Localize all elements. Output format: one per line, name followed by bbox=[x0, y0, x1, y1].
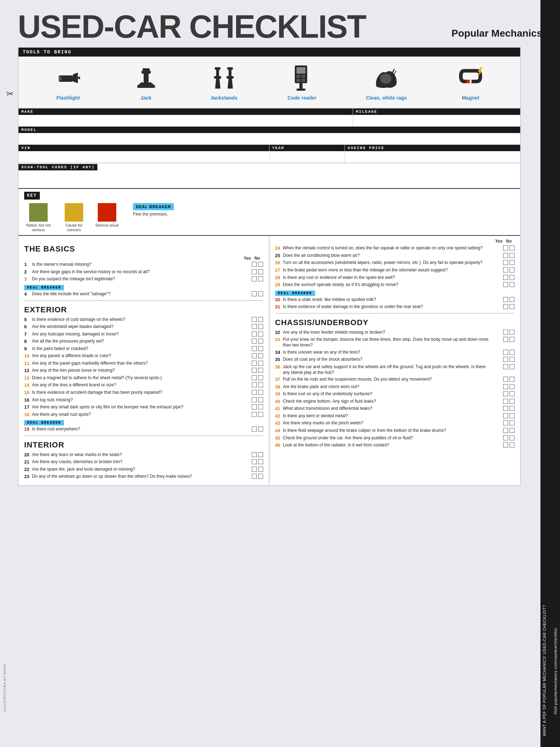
item-25-no-cb[interactable] bbox=[510, 253, 514, 258]
item-18-yes-cb[interactable] bbox=[252, 412, 257, 417]
item-29-yes-cb[interactable] bbox=[503, 282, 508, 287]
item-12-yes-cb[interactable] bbox=[252, 368, 257, 373]
vin-field[interactable]: VIN bbox=[18, 145, 270, 163]
item-2-no-cb[interactable] bbox=[258, 269, 263, 274]
item-10-yes-cb[interactable] bbox=[252, 353, 257, 358]
item-40-no-cb[interactable] bbox=[510, 399, 514, 404]
item-13-yes-cb[interactable] bbox=[252, 375, 257, 380]
item-19-yes-cb[interactable] bbox=[252, 427, 257, 431]
item-31-yes-cb[interactable] bbox=[503, 304, 508, 309]
item-34-no-cb[interactable] bbox=[510, 350, 514, 355]
item-8-yes-cb[interactable] bbox=[252, 339, 257, 344]
model-field[interactable]: MODEL bbox=[18, 127, 520, 144]
make-field[interactable]: MAKE bbox=[18, 108, 353, 126]
item-21-yes-cb[interactable] bbox=[252, 459, 257, 464]
item-12-no-cb[interactable] bbox=[258, 368, 263, 373]
item-9-yes-cb[interactable] bbox=[252, 346, 257, 351]
model-value[interactable] bbox=[18, 133, 520, 144]
item-2-yes-cb[interactable] bbox=[252, 269, 257, 274]
item-37-yes-cb[interactable] bbox=[503, 377, 508, 382]
item-7-no-cb[interactable] bbox=[258, 332, 263, 337]
item-14-no-cb[interactable] bbox=[258, 382, 263, 387]
item-46-no-cb[interactable] bbox=[510, 443, 514, 447]
item-4-no-cb[interactable] bbox=[258, 291, 263, 296]
item-21-no-cb[interactable] bbox=[258, 459, 263, 464]
item-16-yes-cb[interactable] bbox=[252, 397, 257, 402]
item-24-yes-cb[interactable] bbox=[503, 245, 508, 250]
mileage-value[interactable] bbox=[353, 115, 520, 126]
item-25-yes-cb[interactable] bbox=[503, 253, 508, 258]
item-27-yes-cb[interactable] bbox=[503, 267, 508, 272]
item-33-yes-cb[interactable] bbox=[503, 337, 508, 342]
item-22-yes-cb[interactable] bbox=[252, 467, 257, 472]
item-36-yes-cb[interactable] bbox=[503, 364, 508, 369]
item-17-yes-cb[interactable] bbox=[252, 404, 257, 409]
item-32-yes-cb[interactable] bbox=[503, 330, 508, 335]
year-field[interactable]: YEAR bbox=[270, 145, 345, 163]
item-39-yes-cb[interactable] bbox=[503, 391, 508, 396]
scan-codes-field[interactable]: SCAN-TOOL CODES (IF ANY) bbox=[18, 163, 520, 188]
asking-price-value[interactable] bbox=[345, 151, 520, 163]
item-19-no-cb[interactable] bbox=[258, 427, 263, 431]
item-11-yes-cb[interactable] bbox=[252, 361, 257, 366]
item-30-yes-cb[interactable] bbox=[503, 297, 508, 302]
item-42-no-cb[interactable] bbox=[510, 413, 514, 418]
item-11-no-cb[interactable] bbox=[258, 361, 263, 366]
item-3-no-cb[interactable] bbox=[258, 276, 263, 281]
item-1-yes-cb[interactable] bbox=[252, 262, 257, 267]
item-30-no-cb[interactable] bbox=[510, 297, 514, 302]
item-28-yes-cb[interactable] bbox=[503, 275, 508, 280]
item-15-yes-cb[interactable] bbox=[252, 390, 257, 395]
item-10-no-cb[interactable] bbox=[258, 353, 263, 358]
item-3-yes-cb[interactable] bbox=[252, 276, 257, 281]
item-24-no-cb[interactable] bbox=[510, 245, 514, 250]
item-23-yes-cb[interactable] bbox=[252, 474, 257, 479]
item-42-yes-cb[interactable] bbox=[503, 413, 508, 418]
item-38-yes-cb[interactable] bbox=[503, 384, 508, 389]
item-38-no-cb[interactable] bbox=[510, 384, 514, 389]
item-33-no-cb[interactable] bbox=[510, 337, 514, 342]
item-32-no-cb[interactable] bbox=[510, 330, 514, 335]
item-35-no-cb[interactable] bbox=[510, 357, 514, 362]
item-15-no-cb[interactable] bbox=[258, 390, 263, 395]
item-41-yes-cb[interactable] bbox=[503, 406, 508, 411]
item-34-yes-cb[interactable] bbox=[503, 350, 508, 355]
item-20-no-cb[interactable] bbox=[258, 452, 263, 457]
year-value[interactable] bbox=[270, 151, 345, 163]
item-43-no-cb[interactable] bbox=[510, 420, 514, 425]
item-27-no-cb[interactable] bbox=[510, 267, 514, 272]
item-13-no-cb[interactable] bbox=[258, 375, 263, 380]
mileage-field[interactable]: MILEAGE bbox=[353, 108, 520, 126]
item-7-yes-cb[interactable] bbox=[252, 332, 257, 337]
item-6-yes-cb[interactable] bbox=[252, 324, 257, 329]
item-6-no-cb[interactable] bbox=[258, 324, 263, 329]
item-36-no-cb[interactable] bbox=[510, 364, 514, 369]
asking-price-field[interactable]: ASKING PRICE bbox=[345, 145, 520, 163]
item-8-no-cb[interactable] bbox=[258, 339, 263, 344]
item-45-yes-cb[interactable] bbox=[503, 435, 508, 440]
make-value[interactable] bbox=[18, 115, 353, 126]
item-43-yes-cb[interactable] bbox=[503, 420, 508, 425]
item-20-yes-cb[interactable] bbox=[252, 452, 257, 457]
item-37-no-cb[interactable] bbox=[510, 377, 514, 382]
item-5-yes-cb[interactable] bbox=[252, 317, 257, 322]
item-23-no-cb[interactable] bbox=[258, 474, 263, 479]
item-31-no-cb[interactable] bbox=[510, 304, 514, 309]
item-5-no-cb[interactable] bbox=[258, 317, 263, 322]
item-39-no-cb[interactable] bbox=[510, 391, 514, 396]
item-28-no-cb[interactable] bbox=[510, 275, 514, 280]
item-46-yes-cb[interactable] bbox=[503, 443, 508, 447]
item-14-yes-cb[interactable] bbox=[252, 382, 257, 387]
item-1-no-cb[interactable] bbox=[258, 262, 263, 267]
item-35-yes-cb[interactable] bbox=[503, 357, 508, 362]
item-44-no-cb[interactable] bbox=[510, 428, 514, 433]
item-41-no-cb[interactable] bbox=[510, 406, 514, 411]
item-17-no-cb[interactable] bbox=[258, 404, 263, 409]
item-29-no-cb[interactable] bbox=[510, 282, 514, 287]
item-44-yes-cb[interactable] bbox=[503, 428, 508, 433]
item-4-yes-cb[interactable] bbox=[252, 291, 257, 296]
item-22-no-cb[interactable] bbox=[258, 467, 263, 472]
item-9-no-cb[interactable] bbox=[258, 346, 263, 351]
item-45-no-cb[interactable] bbox=[510, 435, 514, 440]
item-16-no-cb[interactable] bbox=[258, 397, 263, 402]
